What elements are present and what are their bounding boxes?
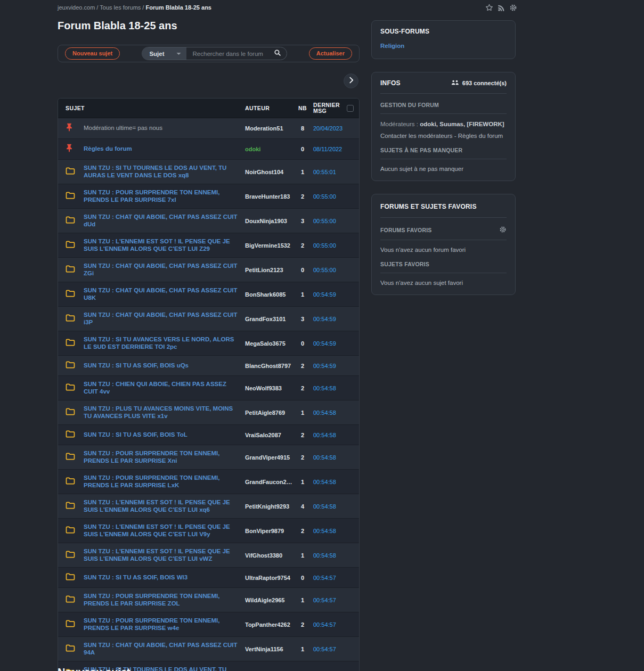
topic-subject-link[interactable]: SUN TZU : SI TU AS SOIF, BOIS ToL — [84, 431, 245, 439]
topic-author[interactable]: GrandViper4915 — [245, 454, 295, 461]
topic-subject-link[interactable]: SUN TZU : CHAT QUI ABOIE, CHAT PAS ASSEZ… — [84, 263, 245, 277]
table-row[interactable]: SUN TZU : POUR SURPRENDRE TON ENNEMI, PR… — [58, 470, 359, 494]
breadcrumb-path[interactable]: jeuxvideo.com / Tous les forums / — [58, 4, 144, 11]
topic-last-message-link[interactable]: 00:54:57 — [310, 597, 344, 603]
topic-subject-link[interactable]: SUN TZU : POUR SURPRENDRE TON ENNEMI, PR… — [84, 593, 245, 607]
topic-subject-link[interactable]: SUN TZU : SI TU AS SOIF, BOIS uQs — [84, 362, 245, 370]
header-author[interactable]: AUTEUR — [245, 105, 295, 111]
table-row[interactable]: SUN TZU : L'ENNEMI EST SOT ! IL PENSE QU… — [58, 543, 359, 568]
header-subject[interactable]: SUJET — [66, 105, 245, 111]
new-topic-button[interactable]: Nouveau sujet — [65, 47, 120, 60]
topic-last-message-link[interactable]: 00:55:01 — [310, 169, 344, 175]
topic-last-message-link[interactable]: 00:55:00 — [310, 242, 344, 249]
topic-last-message-link[interactable]: 00:54:59 — [310, 316, 344, 322]
topic-last-message-link[interactable]: 00:55:00 — [310, 193, 344, 200]
topic-subject-link[interactable]: SUN TZU : CHAT QUI ABOIE, CHAT PAS ASSEZ… — [84, 214, 245, 228]
table-row[interactable]: SUN TZU : POUR SURPRENDRE TON ENNEMI, PR… — [58, 612, 359, 637]
moderators-names[interactable]: odoki, Suumas, [FIREWORK] — [420, 121, 504, 127]
topic-subject-link[interactable]: SUN TZU : POUR SURPRENDRE TON ENNEMI, PR… — [84, 189, 245, 203]
table-row[interactable]: SUN TZU : PLUS TU AVANCES MOINS VITE, MO… — [58, 400, 359, 425]
topic-subject-link[interactable]: SUN TZU : SI TU AVANCES VERS LE NORD, AL… — [84, 336, 245, 350]
topic-author[interactable]: TopPanther4262 — [245, 621, 295, 628]
table-row[interactable]: Règles du forum odoki 0 08/11/2022 — [58, 139, 359, 160]
topic-last-message-link[interactable]: 08/11/2022 — [310, 146, 344, 152]
gear-icon[interactable] — [509, 4, 517, 12]
table-row[interactable]: SUN TZU : SI TU TOURNES LE DOS AU VENT, … — [58, 160, 359, 184]
table-row[interactable]: SUN TZU : L'ENNEMI EST SOT ! IL PENSE QU… — [58, 233, 359, 258]
topic-subject-link[interactable]: SUN TZU : SI TU TOURNES LE DOS AU VENT, … — [84, 165, 245, 179]
topic-last-message-link[interactable]: 00:54:58 — [310, 479, 344, 485]
table-row[interactable]: SUN TZU : CHAT QUI ABOIE, CHAT PAS ASSEZ… — [58, 282, 359, 307]
topic-last-message-link[interactable]: 00:54:58 — [310, 432, 344, 438]
topic-last-message-link[interactable]: 20/04/2023 — [310, 125, 344, 132]
table-row[interactable]: SUN TZU : CHAT QUI ABOIE, CHAT PAS ASSEZ… — [58, 209, 359, 233]
topic-last-message-link[interactable]: 00:54:57 — [310, 575, 344, 581]
topic-subject-link[interactable]: SUN TZU : CHAT QUI ABOIE, CHAT PAS ASSEZ… — [84, 287, 245, 301]
topic-subject-link[interactable]: SUN TZU : PLUS TU AVANCES MOINS VITE, MO… — [84, 405, 245, 420]
topic-subject-link[interactable]: SUN TZU : CHAT QUI ABOIE, CHAT PAS ASSEZ… — [84, 312, 245, 326]
topic-last-message-link[interactable]: 00:54:57 — [310, 621, 344, 628]
topic-author[interactable]: PetitLion2123 — [245, 267, 295, 273]
topic-author[interactable]: NoirGhost104 — [245, 169, 295, 175]
table-row[interactable]: SUN TZU : CHAT QUI ABOIE, CHAT PAS ASSEZ… — [58, 258, 359, 282]
topic-subject-link[interactable]: SUN TZU : CHIEN QUI ABOIE, CHIEN PAS ASS… — [84, 381, 245, 395]
topic-author[interactable]: NeoWolf9383 — [245, 385, 295, 391]
topic-subject-link[interactable]: SUN TZU : POUR SURPRENDRE TON ENNEMI, PR… — [84, 450, 245, 464]
topic-last-message-link[interactable]: 00:54:58 — [310, 552, 344, 559]
topic-last-message-link[interactable]: 00:54:58 — [310, 385, 344, 391]
search-input[interactable] — [186, 47, 273, 60]
table-row[interactable]: SUN TZU : SI TU AVANCES VERS LE NORD, AL… — [58, 331, 359, 356]
topic-author[interactable]: VraiSalo2087 — [245, 432, 295, 438]
table-row[interactable]: SUN TZU : CHAT QUI ABOIE, CHAT PAS ASSEZ… — [58, 637, 359, 661]
topic-last-message-link[interactable]: 00:54:58 — [310, 503, 344, 510]
topic-subject-link[interactable]: SUN TZU : CHAT QUI ABOIE, CHAT PAS ASSEZ… — [84, 642, 245, 656]
star-icon[interactable] — [485, 4, 493, 12]
topic-author[interactable]: GrandFox3101 — [245, 316, 295, 322]
topic-author[interactable]: Moderation51 — [245, 125, 295, 132]
topic-last-message-link[interactable]: 00:54:59 — [310, 291, 344, 298]
gear-icon[interactable] — [499, 226, 507, 234]
select-all-checkbox[interactable] — [347, 105, 354, 112]
refresh-button[interactable]: Actualiser — [309, 47, 352, 60]
topic-author[interactable]: WildAigle2965 — [245, 597, 295, 603]
topic-last-message-link[interactable]: 00:55:00 — [310, 267, 344, 273]
topic-author[interactable]: BraveHunter183 — [245, 193, 295, 200]
topic-last-message-link[interactable]: 00:55:00 — [310, 218, 344, 224]
rss-icon[interactable] — [498, 4, 505, 12]
topic-author[interactable]: UltraRaptor9754 — [245, 575, 295, 581]
table-row[interactable]: SUN TZU : SI TU AS SOIF, BOIS uQs BlancG… — [58, 356, 359, 376]
topic-author[interactable]: DouxNinja1903 — [245, 218, 295, 224]
contact-moderators-link[interactable]: Contacter les modérateurs — [380, 133, 453, 139]
topic-subject-link[interactable]: SUN TZU : L'ENNEMI EST SOT ! IL PENSE QU… — [84, 238, 245, 252]
table-row[interactable]: SUN TZU : SI TU AS SOIF, BOIS Wl3 UltraR… — [58, 568, 359, 588]
table-row[interactable]: SUN TZU : L'ENNEMI EST SOT ! IL PENSE QU… — [58, 519, 359, 543]
topic-author[interactable]: VifGhost3380 — [245, 552, 295, 559]
topic-author[interactable]: VertNinja1156 — [245, 646, 295, 652]
table-row[interactable]: SUN TZU : SI TU AS SOIF, BOIS ToL VraiSa… — [58, 425, 359, 445]
search-button[interactable] — [273, 49, 287, 58]
table-row[interactable]: SUN TZU : POUR SURPRENDRE TON ENNEMI, PR… — [58, 184, 359, 209]
header-count[interactable]: NB — [295, 105, 310, 111]
topic-author[interactable]: MegaSalo3675 — [245, 340, 295, 347]
topic-author[interactable]: PetitKnight9293 — [245, 503, 295, 510]
topic-subject-link[interactable]: SUN TZU : L'ENNEMI EST SOT ! IL PENSE QU… — [84, 548, 245, 562]
topic-subject-link[interactable]: Modération ultime= pas nous — [84, 125, 245, 132]
table-row[interactable]: Modération ultime= pas nous Moderation51… — [58, 118, 359, 139]
topic-last-message-link[interactable]: 00:54:58 — [310, 454, 344, 461]
table-row[interactable]: SUN TZU : POUR SURPRENDRE TON ENNEMI, PR… — [58, 445, 359, 470]
topic-author[interactable]: BonShark6085 — [245, 291, 295, 298]
topic-subject-link[interactable]: SUN TZU : POUR SURPRENDRE TON ENNEMI, PR… — [84, 617, 245, 632]
table-row[interactable]: SUN TZU : POUR SURPRENDRE TON ENNEMI, PR… — [58, 588, 359, 612]
forum-rules-link[interactable]: Règles du forum — [458, 133, 503, 139]
topic-author[interactable]: BonViper9879 — [245, 528, 295, 534]
table-row[interactable]: SUN TZU : L'ENNEMI EST SOT ! IL PENSE QU… — [58, 494, 359, 519]
topic-subject-link[interactable]: SUN TZU : L'ENNEMI EST SOT ! IL PENSE QU… — [84, 523, 245, 538]
topic-last-message-link[interactable]: 00:54:59 — [310, 340, 344, 347]
topic-author[interactable]: PetitAigle8769 — [245, 410, 295, 416]
next-page-button[interactable] — [344, 73, 358, 88]
topic-subject-link[interactable]: SUN TZU : L'ENNEMI EST SOT ! IL PENSE QU… — [84, 499, 245, 513]
topic-last-message-link[interactable]: 00:54:59 — [310, 363, 344, 369]
search-filter-select[interactable]: Sujet — [142, 47, 186, 60]
topic-author[interactable]: GrandFaucon2… — [245, 479, 295, 485]
topic-last-message-link[interactable]: 00:54:58 — [310, 410, 344, 416]
